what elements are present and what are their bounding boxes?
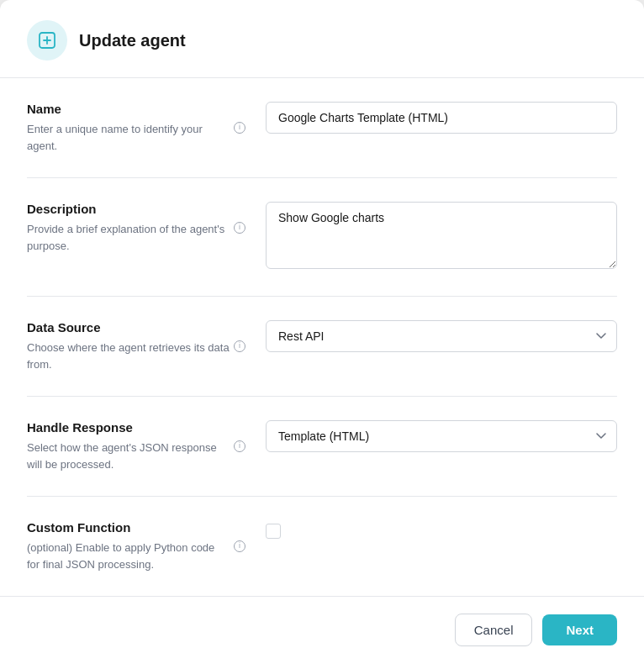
custom-function-checkbox-wrapper bbox=[266, 520, 617, 539]
modal-body: Name Enter a unique name to identify you… bbox=[0, 78, 644, 596]
custom-function-info-icon: i bbox=[234, 540, 245, 552]
description-info-icon: i bbox=[234, 222, 245, 234]
custom-function-row: Custom Function (optional) Enable to app… bbox=[27, 497, 617, 596]
name-label: Name bbox=[27, 102, 245, 116]
name-control-col bbox=[266, 102, 617, 134]
description-label: Description bbox=[27, 202, 245, 216]
handle-response-select[interactable]: Template (HTML) Raw JSON Custom bbox=[266, 420, 617, 452]
name-row: Name Enter a unique name to identify you… bbox=[27, 78, 617, 178]
modal-footer: Cancel Next bbox=[0, 596, 644, 648]
data-source-select[interactable]: Rest API Database Static JSON bbox=[266, 320, 617, 352]
name-info-icon: i bbox=[234, 122, 245, 134]
data-source-control-col: Rest API Database Static JSON bbox=[266, 320, 617, 352]
name-label-col: Name Enter a unique name to identify you… bbox=[27, 102, 245, 154]
handle-response-control-col: Template (HTML) Raw JSON Custom bbox=[266, 420, 617, 452]
handle-response-row: Handle Response Select how the agent's J… bbox=[27, 397, 617, 497]
handle-response-hint: Select how the agent's JSON response wil… bbox=[27, 440, 245, 472]
handle-response-label: Handle Response bbox=[27, 420, 245, 435]
handle-response-label-col: Handle Response Select how the agent's J… bbox=[27, 420, 245, 472]
data-source-hint: Choose where the agent retrieves its dat… bbox=[27, 340, 245, 372]
name-hint: Enter a unique name to identify your age… bbox=[27, 121, 245, 154]
description-control-col: Show Google charts bbox=[266, 202, 617, 272]
custom-function-control-col bbox=[266, 520, 617, 539]
data-source-row: Data Source Choose where the agent retri… bbox=[27, 297, 617, 397]
name-input[interactable] bbox=[266, 102, 617, 134]
description-label-col: Description Provide a brief explanation … bbox=[27, 202, 245, 254]
custom-function-label-col: Custom Function (optional) Enable to app… bbox=[27, 520, 245, 572]
description-textarea[interactable]: Show Google charts bbox=[266, 202, 617, 269]
next-button[interactable]: Next bbox=[542, 614, 617, 645]
modal-header: Update agent bbox=[0, 0, 644, 77]
data-source-label: Data Source bbox=[27, 320, 245, 335]
data-source-info-icon: i bbox=[234, 340, 245, 352]
update-agent-icon bbox=[27, 20, 67, 61]
custom-function-checkbox[interactable] bbox=[266, 524, 281, 539]
custom-function-hint: (optional) Enable to apply Python code f… bbox=[27, 540, 245, 572]
custom-function-label: Custom Function bbox=[27, 520, 245, 535]
description-row: Description Provide a brief explanation … bbox=[27, 178, 617, 297]
modal-title: Update agent bbox=[79, 31, 186, 50]
data-source-label-col: Data Source Choose where the agent retri… bbox=[27, 320, 245, 372]
update-agent-modal: Update agent Name Enter a unique name to… bbox=[0, 0, 644, 648]
description-hint: Provide a brief explanation of the agent… bbox=[27, 221, 245, 254]
handle-response-info-icon: i bbox=[234, 440, 245, 452]
cancel-button[interactable]: Cancel bbox=[455, 614, 533, 646]
